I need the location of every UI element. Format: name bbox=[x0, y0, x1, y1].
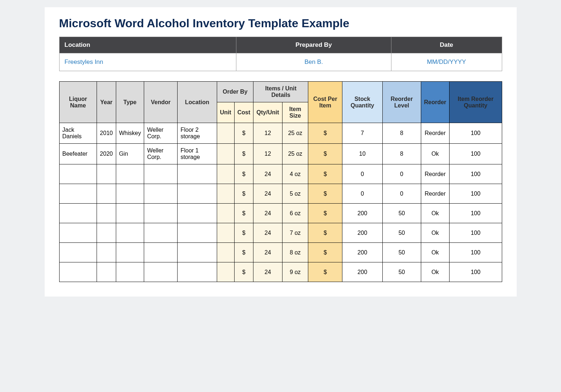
cell-vendor[interactable] bbox=[144, 223, 178, 243]
cell-order_cost[interactable]: $ bbox=[234, 204, 253, 223]
cell-reorder_qty[interactable]: 100 bbox=[450, 204, 502, 223]
cell-order_cost[interactable]: $ bbox=[234, 223, 253, 243]
cell-location[interactable]: Floor 2 storage bbox=[178, 123, 217, 144]
cell-name[interactable]: Beefeater bbox=[59, 144, 97, 164]
cell-name[interactable] bbox=[59, 164, 97, 184]
cell-qty_unit[interactable]: 12 bbox=[253, 144, 282, 164]
cell-year[interactable] bbox=[97, 204, 116, 223]
cell-item_size[interactable]: 25 oz bbox=[282, 123, 308, 144]
cell-reorder[interactable]: Ok bbox=[421, 204, 449, 223]
cell-reorder[interactable]: Ok bbox=[421, 243, 449, 262]
cell-location[interactable] bbox=[178, 243, 217, 262]
cell-order_unit[interactable] bbox=[217, 262, 234, 282]
cell-item_size[interactable]: 8 oz bbox=[282, 243, 308, 262]
cell-stock_qty[interactable]: 0 bbox=[342, 164, 382, 184]
cell-item_size[interactable]: 6 oz bbox=[282, 204, 308, 223]
cell-qty_unit[interactable]: 24 bbox=[253, 204, 282, 223]
cell-stock_qty[interactable]: 0 bbox=[342, 184, 382, 204]
cell-reorder[interactable]: Ok bbox=[421, 223, 449, 243]
cell-order_cost[interactable]: $ bbox=[234, 144, 253, 164]
cell-reorder_level[interactable]: 8 bbox=[382, 144, 421, 164]
cell-order_cost[interactable]: $ bbox=[234, 184, 253, 204]
cell-reorder_level[interactable]: 50 bbox=[382, 243, 421, 262]
cell-order_cost[interactable]: $ bbox=[234, 243, 253, 262]
cell-type[interactable] bbox=[116, 223, 144, 243]
cell-year[interactable] bbox=[97, 243, 116, 262]
cell-order_cost[interactable]: $ bbox=[234, 164, 253, 184]
cell-item_size[interactable]: 7 oz bbox=[282, 223, 308, 243]
cell-year[interactable] bbox=[97, 184, 116, 204]
cell-cost_per_item[interactable]: $ bbox=[308, 243, 342, 262]
cell-type[interactable] bbox=[116, 243, 144, 262]
cell-qty_unit[interactable]: 24 bbox=[253, 164, 282, 184]
cell-reorder_qty[interactable]: 100 bbox=[450, 164, 502, 184]
cell-reorder_qty[interactable]: 100 bbox=[450, 243, 502, 262]
cell-reorder_level[interactable]: 0 bbox=[382, 184, 421, 204]
cell-year[interactable]: 2020 bbox=[97, 144, 116, 164]
cell-vendor[interactable] bbox=[144, 184, 178, 204]
cell-stock_qty[interactable]: 200 bbox=[342, 243, 382, 262]
cell-reorder_qty[interactable]: 100 bbox=[450, 144, 502, 164]
cell-reorder_qty[interactable]: 100 bbox=[450, 123, 502, 144]
cell-order_unit[interactable] bbox=[217, 144, 234, 164]
cell-order_unit[interactable] bbox=[217, 243, 234, 262]
cell-vendor[interactable] bbox=[144, 243, 178, 262]
cell-name[interactable] bbox=[59, 204, 97, 223]
cell-reorder_level[interactable]: 8 bbox=[382, 123, 421, 144]
cell-qty_unit[interactable]: 12 bbox=[253, 123, 282, 144]
cell-reorder_level[interactable]: 50 bbox=[382, 223, 421, 243]
cell-location[interactable]: Floor 1 storage bbox=[178, 144, 217, 164]
cell-qty_unit[interactable]: 24 bbox=[253, 223, 282, 243]
cell-vendor[interactable]: Weller Corp. bbox=[144, 144, 178, 164]
cell-reorder[interactable]: Reorder bbox=[421, 123, 449, 144]
cell-name[interactable] bbox=[59, 243, 97, 262]
cell-reorder_level[interactable]: 50 bbox=[382, 262, 421, 282]
cell-location[interactable] bbox=[178, 262, 217, 282]
cell-name[interactable] bbox=[59, 262, 97, 282]
cell-stock_qty[interactable]: 200 bbox=[342, 204, 382, 223]
cell-reorder_level[interactable]: 0 bbox=[382, 164, 421, 184]
cell-order_cost[interactable]: $ bbox=[234, 262, 253, 282]
cell-location[interactable] bbox=[178, 204, 217, 223]
cell-type[interactable] bbox=[116, 164, 144, 184]
cell-qty_unit[interactable]: 24 bbox=[253, 262, 282, 282]
cell-qty_unit[interactable]: 24 bbox=[253, 243, 282, 262]
cell-vendor[interactable] bbox=[144, 204, 178, 223]
cell-reorder_qty[interactable]: 100 bbox=[450, 184, 502, 204]
cell-reorder[interactable]: Ok bbox=[421, 144, 449, 164]
cell-location[interactable] bbox=[178, 223, 217, 243]
cell-order_unit[interactable] bbox=[217, 204, 234, 223]
cell-name[interactable] bbox=[59, 184, 97, 204]
cell-reorder[interactable]: Reorder bbox=[421, 184, 449, 204]
cell-reorder[interactable]: Ok bbox=[421, 262, 449, 282]
cell-cost_per_item[interactable]: $ bbox=[308, 123, 342, 144]
cell-year[interactable] bbox=[97, 223, 116, 243]
cell-order_unit[interactable] bbox=[217, 184, 234, 204]
cell-vendor[interactable] bbox=[144, 262, 178, 282]
cell-item_size[interactable]: 25 oz bbox=[282, 144, 308, 164]
cell-stock_qty[interactable]: 200 bbox=[342, 223, 382, 243]
cell-location[interactable] bbox=[178, 184, 217, 204]
cell-year[interactable]: 2010 bbox=[97, 123, 116, 144]
cell-order_unit[interactable] bbox=[217, 223, 234, 243]
cell-reorder_qty[interactable]: 100 bbox=[450, 262, 502, 282]
info-value-prepared-by[interactable]: Ben B. bbox=[236, 53, 391, 71]
cell-item_size[interactable]: 4 oz bbox=[282, 164, 308, 184]
cell-year[interactable] bbox=[97, 164, 116, 184]
cell-reorder[interactable]: Reorder bbox=[421, 164, 449, 184]
cell-type[interactable] bbox=[116, 184, 144, 204]
cell-vendor[interactable] bbox=[144, 164, 178, 184]
cell-type[interactable] bbox=[116, 204, 144, 223]
cell-type[interactable]: Gin bbox=[116, 144, 144, 164]
cell-cost_per_item[interactable]: $ bbox=[308, 262, 342, 282]
cell-vendor[interactable]: Weller Corp. bbox=[144, 123, 178, 144]
cell-name[interactable] bbox=[59, 223, 97, 243]
cell-order_unit[interactable] bbox=[217, 123, 234, 144]
cell-cost_per_item[interactable]: $ bbox=[308, 204, 342, 223]
cell-stock_qty[interactable]: 200 bbox=[342, 262, 382, 282]
cell-cost_per_item[interactable]: $ bbox=[308, 164, 342, 184]
cell-item_size[interactable]: 9 oz bbox=[282, 262, 308, 282]
cell-cost_per_item[interactable]: $ bbox=[308, 184, 342, 204]
cell-reorder_qty[interactable]: 100 bbox=[450, 223, 502, 243]
cell-order_cost[interactable]: $ bbox=[234, 123, 253, 144]
